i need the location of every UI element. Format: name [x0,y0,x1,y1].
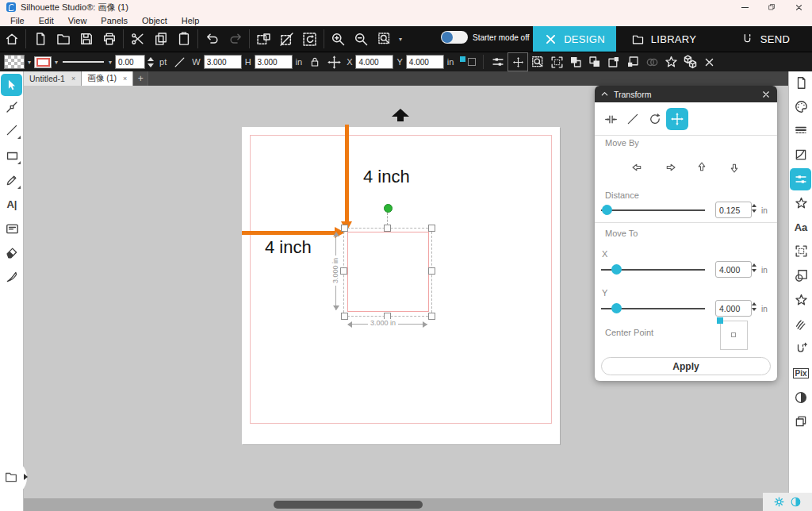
clear-selection-button[interactable] [275,27,298,51]
selection-handle[interactable] [341,313,348,320]
scale-selection-icon[interactable] [528,53,547,71]
horizontal-scrollbar[interactable] [274,501,423,509]
line-tool[interactable] [2,120,22,140]
move-to-y-input[interactable] [715,300,752,317]
selection-handle[interactable] [384,225,391,232]
fill-color-panel-button[interactable] [791,96,811,117]
menu-help[interactable]: Help [174,16,207,25]
distance-input[interactable] [715,202,752,218]
duplicate-selection-button[interactable] [252,27,275,51]
zoom-selection-button[interactable] [373,27,396,51]
y-position-input[interactable] [406,55,444,69]
line-style-panel-button[interactable] [791,120,811,140]
scale-proportional-icon[interactable] [547,53,566,71]
selection-handle[interactable] [428,313,435,320]
page-setup-panel-button[interactable] [791,72,811,93]
point-edit-tool[interactable] [2,97,22,117]
new-document-button[interactable] [29,27,52,51]
zoom-options-caret[interactable]: ▾ [399,36,402,43]
width-input[interactable] [204,55,242,69]
selection-handle[interactable] [341,225,348,232]
copy-button[interactable] [149,27,172,51]
fill-color-caret[interactable]: ▾ [28,59,31,66]
text-style-panel-button[interactable]: Aa [791,217,811,237]
stroke-width-input[interactable] [115,55,145,69]
close-tab-icon[interactable]: × [71,75,75,83]
y-stepper[interactable] [752,302,756,311]
center-on-page-icon[interactable] [508,52,528,71]
panel-close-icon[interactable] [761,90,771,99]
doc-tab-image[interactable]: 画像 (1) × [82,71,133,86]
move-right-button[interactable] [663,160,677,175]
rotate-tab[interactable] [644,108,666,130]
trace-panel-button[interactable] [791,387,811,408]
zoom-in-button[interactable] [327,27,350,51]
align-tab[interactable] [599,108,622,130]
tab-design[interactable]: DESIGN [533,26,616,52]
library-drawer-folder-icon[interactable] [3,470,19,484]
menu-edit[interactable]: Edit [32,16,61,25]
close-tab-icon[interactable]: × [123,75,127,83]
replicate-panel-button[interactable] [791,411,811,432]
scale-panel-button[interactable] [791,240,811,261]
send-settings-panel-button[interactable] [791,338,811,359]
sketch-panel-button[interactable] [791,313,811,334]
library-drawer-caret-icon[interactable] [24,474,28,480]
eraser-tool[interactable] [2,242,22,263]
theme-contrast-icon[interactable] [790,496,802,508]
offset-star-panel-button[interactable] [791,290,811,310]
pixscan-panel-button[interactable]: Pix [791,363,811,383]
stroke-color-swatch[interactable] [34,56,52,68]
save-button[interactable] [75,27,98,51]
offset-panel-button[interactable] [791,193,811,213]
note-tool[interactable] [2,218,22,239]
x-slider-thumb[interactable] [611,264,622,275]
home-button[interactable] [0,27,23,51]
fill-color-swatch[interactable] [4,55,25,69]
line-segment-icon[interactable] [170,53,189,71]
minimize-button[interactable] [731,0,758,14]
menu-panels[interactable]: Panels [94,16,135,25]
tab-send[interactable]: SEND [726,26,805,52]
x-position-input[interactable] [355,55,393,69]
knife-tool[interactable] [2,267,22,287]
redo-button[interactable] [224,27,247,51]
rotation-handle[interactable] [384,204,393,213]
transform-panel-header[interactable]: Transform [595,86,777,102]
tab-library[interactable]: LIBRARY [621,26,707,52]
transform-panel-button[interactable] [790,168,811,190]
new-tab-button[interactable]: + [133,71,148,86]
move-left-button[interactable] [630,160,645,175]
bring-forward-icon[interactable] [566,53,585,71]
distance-stepper[interactable] [752,204,756,213]
close-button[interactable] [785,0,812,14]
preferences-gear-icon[interactable] [773,496,785,508]
collapse-chevron-icon[interactable] [600,90,609,98]
modify-panel-button[interactable] [791,265,811,286]
move-position-icon[interactable] [324,53,343,71]
send-to-back-icon[interactable] [623,53,642,71]
rotate-selection-button[interactable] [298,27,321,51]
move-down-button[interactable] [727,160,741,175]
transform-panel-icon[interactable] [488,53,508,71]
line-style-preview[interactable] [63,61,104,63]
modify-boxes-icon[interactable] [680,53,699,71]
paste-button[interactable] [172,27,195,51]
scale-tab[interactable] [622,108,644,130]
menu-view[interactable]: View [61,16,94,25]
cut-button[interactable] [126,27,149,51]
fill-pattern-panel-button[interactable] [791,144,811,165]
stroke-width-stepper[interactable] [147,57,154,67]
selection-handle[interactable] [428,267,435,275]
move-to-x-input[interactable] [715,261,752,278]
offset-star-icon[interactable] [661,53,680,71]
clear-transform-icon[interactable] [699,53,718,71]
menu-object[interactable]: Object [135,16,174,25]
text-tool[interactable]: A| [2,194,22,214]
rectangle-tool[interactable] [2,145,22,166]
move-up-button[interactable] [695,160,709,175]
lock-aspect-icon[interactable] [305,53,324,71]
selected-square-shape[interactable] [347,232,429,312]
restore-button[interactable] [758,0,785,14]
bring-to-front-icon[interactable] [604,53,623,71]
